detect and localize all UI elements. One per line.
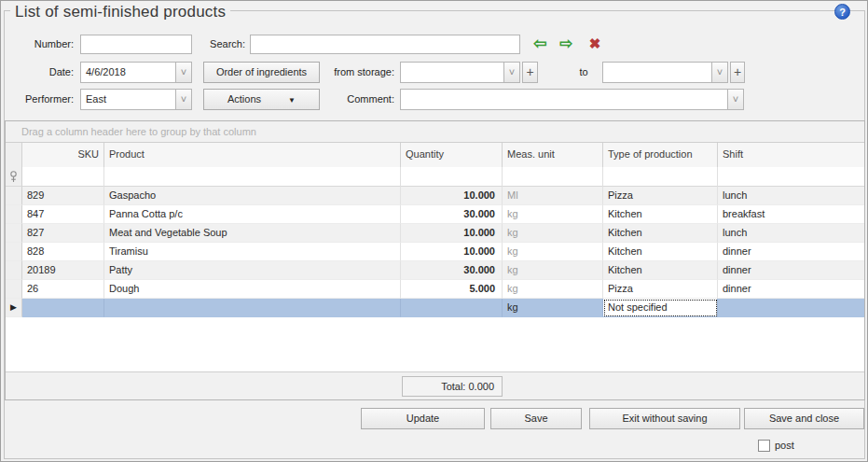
cell-product[interactable]: Meat and Vegetable Soup <box>104 224 401 243</box>
post-checkbox-label: post <box>775 439 794 453</box>
cell-shift[interactable]: dinner <box>718 280 864 299</box>
cell-product[interactable]: Tiramisu <box>104 243 401 261</box>
order-of-ingredients-button[interactable]: Order of ingredients <box>203 62 320 83</box>
filter-cell-shift[interactable] <box>718 167 864 187</box>
from-storage-label: from storage: <box>323 63 394 82</box>
filter-cell-type[interactable] <box>603 167 718 187</box>
cell-quantity[interactable]: 10.000 <box>401 187 503 205</box>
cell-sku[interactable]: 829 <box>22 187 104 205</box>
cell-shift[interactable]: breakfast <box>718 205 864 224</box>
cell-meas-unit[interactable]: kg <box>503 205 603 224</box>
products-grid: Drag a column header here to group by th… <box>5 120 865 400</box>
date-label: Date: <box>18 63 74 82</box>
cell-product[interactable]: Patty <box>104 261 401 280</box>
cell-type[interactable]: Kitchen <box>603 205 718 224</box>
cell-product[interactable]: Dough <box>104 280 401 299</box>
cell-quantity[interactable]: 30.000 <box>401 205 503 224</box>
comment-select[interactable]: ˅ <box>400 89 744 110</box>
table-row[interactable]: 26 Dough 5.000 kg Pizza dinner <box>6 280 864 299</box>
cell-type[interactable]: Kitchen <box>603 261 718 280</box>
save-button[interactable]: Save <box>490 408 582 429</box>
filter-row <box>6 167 864 187</box>
cell-shift[interactable] <box>718 299 864 317</box>
filter-cell-product[interactable] <box>104 167 401 187</box>
cell-shift[interactable]: dinner <box>718 261 864 280</box>
table-row[interactable]: 829 Gaspacho 10.000 Ml Pizza lunch <box>6 187 864 205</box>
group-by-panel[interactable]: Drag a column header here to group by th… <box>6 121 864 143</box>
filter-cell-quantity[interactable] <box>401 167 503 187</box>
chevron-down-icon[interactable]: ˅ <box>711 63 727 82</box>
search-next-icon[interactable]: ⇨ <box>555 35 577 54</box>
cell-type[interactable]: Kitchen <box>603 224 718 243</box>
filter-pin-icon <box>6 167 22 187</box>
from-storage-select[interactable]: ˅ <box>400 62 520 83</box>
performer-select[interactable]: East ˅ <box>80 89 192 110</box>
comment-label: Comment: <box>323 90 394 109</box>
filter-cell-meas-unit[interactable] <box>503 167 603 187</box>
cell-meas-unit[interactable]: kg <box>503 224 603 243</box>
cell-shift[interactable]: lunch <box>718 187 864 205</box>
chevron-down-icon[interactable]: ˅ <box>503 63 519 82</box>
add-storage-button[interactable]: + <box>522 62 538 83</box>
cell-quantity[interactable]: 10.000 <box>401 243 503 261</box>
to-label: to <box>570 63 598 82</box>
exit-without-saving-button[interactable]: Exit without saving <box>589 408 740 429</box>
cell-product[interactable]: Panna Cotta p/c <box>104 205 401 224</box>
to-storage-value <box>603 63 711 82</box>
post-checkbox[interactable] <box>758 440 770 452</box>
cell-quantity[interactable]: 10.000 <box>401 224 503 243</box>
search-label: Search: <box>195 35 245 54</box>
cell-type[interactable]: Pizza <box>603 187 718 205</box>
cell-meas-unit[interactable]: kg <box>503 261 603 280</box>
caret-down-icon: ▼ <box>288 96 296 105</box>
cell-quantity[interactable]: 5.000 <box>401 280 503 299</box>
chevron-down-icon[interactable]: ˅ <box>727 90 743 109</box>
grid-footer: Total: 0.000 <box>6 371 864 399</box>
cell-product[interactable]: Gaspacho <box>104 187 401 205</box>
cell-sku[interactable]: 20189 <box>22 261 104 280</box>
help-icon[interactable]: ? <box>834 4 850 20</box>
row-indicator <box>6 261 22 280</box>
save-and-close-button[interactable]: Save and close <box>744 408 864 429</box>
search-input[interactable] <box>250 35 520 54</box>
cell-sku[interactable]: 827 <box>22 224 104 243</box>
date-select[interactable]: 4/6/2018 ˅ <box>80 62 192 83</box>
filter-cell-sku[interactable] <box>22 167 104 187</box>
cell-meas-unit[interactable]: kg <box>503 243 603 261</box>
cell-sku[interactable] <box>22 299 104 317</box>
window: List of semi-finished products ? Number:… <box>0 0 868 462</box>
number-input[interactable] <box>80 35 192 54</box>
chevron-down-icon[interactable]: ˅ <box>175 63 191 82</box>
cell-quantity[interactable] <box>401 299 503 317</box>
number-label: Number: <box>18 35 74 54</box>
search-clear-icon[interactable]: ✖ <box>584 35 606 54</box>
cell-meas-unit[interactable]: kg <box>503 280 603 299</box>
actions-button[interactable]: Actions ▼ <box>203 89 320 110</box>
search-prev-icon[interactable]: ⇦ <box>529 35 551 54</box>
cell-type-focused[interactable]: Not specified <box>603 299 718 317</box>
cell-sku[interactable]: 847 <box>22 205 104 224</box>
cell-type[interactable]: Kitchen <box>603 243 718 261</box>
update-button[interactable]: Update <box>361 408 485 429</box>
cell-type[interactable]: Pizza <box>603 280 718 299</box>
date-value: 4/6/2018 <box>81 63 175 82</box>
cell-meas-unit[interactable]: kg <box>503 299 603 317</box>
cell-sku[interactable]: 828 <box>22 243 104 261</box>
cell-quantity[interactable]: 30.000 <box>401 261 503 280</box>
new-row-selected[interactable]: ▶ kg Not specified <box>6 299 864 317</box>
cell-sku[interactable]: 26 <box>22 280 104 299</box>
total-summary: Total: 0.000 <box>402 376 503 397</box>
table-row[interactable]: 847 Panna Cotta p/c 30.000 kg Kitchen br… <box>6 205 864 224</box>
chevron-down-icon[interactable]: ˅ <box>175 90 191 109</box>
table-row[interactable]: 20189 Patty 30.000 kg Kitchen dinner <box>6 261 864 280</box>
cell-product[interactable] <box>104 299 401 317</box>
cell-shift[interactable]: dinner <box>718 243 864 261</box>
cell-meas-unit[interactable]: Ml <box>503 187 603 205</box>
table-row[interactable]: 827 Meat and Vegetable Soup 10.000 kg Ki… <box>6 224 864 243</box>
table-row[interactable]: 828 Tiramisu 10.000 kg Kitchen dinner <box>6 243 864 261</box>
cell-shift[interactable]: lunch <box>718 224 864 243</box>
to-storage-select[interactable]: ˅ <box>602 62 728 83</box>
actions-button-label: Actions <box>227 93 261 105</box>
add-to-storage-button[interactable]: + <box>730 62 745 83</box>
row-indicator <box>6 187 22 205</box>
